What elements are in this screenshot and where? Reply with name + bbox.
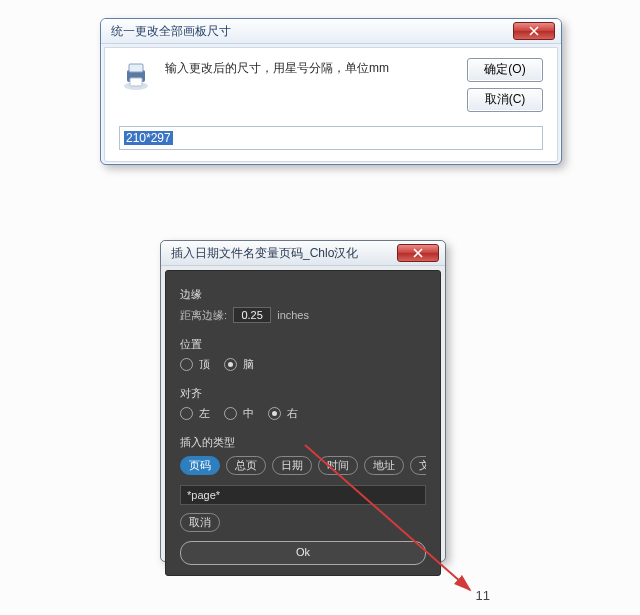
align-radio-group: 左 中 右 <box>180 406 426 421</box>
margin-row: 距离边缘: 0.25 inches <box>180 307 426 323</box>
dialog2-body: 边缘 距离边缘: 0.25 inches 位置 顶 脑 对齐 左 中 右 <box>165 270 441 576</box>
position-radio-group: 顶 脑 <box>180 357 426 372</box>
align-radio-center[interactable] <box>224 407 237 420</box>
insert-variable-dialog: 插入日期文件名变量页码_Chlo汉化 边缘 距离边缘: 0.25 inches … <box>160 240 446 562</box>
dialog2-title: 插入日期文件名变量页码_Chlo汉化 <box>171 241 397 265</box>
type-chip-group: 页码 总页 日期 时间 地址 文件名 <box>180 456 426 475</box>
margin-unit: inches <box>277 309 309 321</box>
dialog2-titlebar[interactable]: 插入日期文件名变量页码_Chlo汉化 <box>161 241 445 266</box>
printer-icon <box>119 58 153 92</box>
align-radio-right[interactable] <box>268 407 281 420</box>
ok-button[interactable]: Ok <box>180 541 426 565</box>
align-label-left: 左 <box>199 406 210 421</box>
position-radio-bottom[interactable] <box>224 358 237 371</box>
dialog1-body: 输入更改后的尺寸，用星号分隔，单位mm 确定(O) 取消(C) 210*297 <box>104 47 558 162</box>
close-icon[interactable] <box>397 244 439 262</box>
resize-artboards-dialog: 统一更改全部画板尺寸 输入更改后的尺寸，用星号分隔，单位mm 确定(O) 取消(… <box>100 18 562 165</box>
close-icon[interactable] <box>513 22 555 40</box>
cancel-button[interactable]: 取消 <box>180 513 220 532</box>
margin-section-label: 边缘 <box>180 287 426 302</box>
variable-input[interactable]: *page* <box>180 485 426 505</box>
align-radio-left[interactable] <box>180 407 193 420</box>
size-input[interactable]: 210*297 <box>119 126 543 150</box>
position-label-top: 顶 <box>199 357 210 372</box>
position-radio-top[interactable] <box>180 358 193 371</box>
type-chip-total[interactable]: 总页 <box>226 456 266 475</box>
type-chip-filename[interactable]: 文件名 <box>410 456 426 475</box>
type-chip-date[interactable]: 日期 <box>272 456 312 475</box>
dialog1-titlebar[interactable]: 统一更改全部画板尺寸 <box>101 19 561 44</box>
size-input-value: 210*297 <box>124 131 173 145</box>
margin-value-input[interactable]: 0.25 <box>233 307 271 323</box>
align-label-center: 中 <box>243 406 254 421</box>
align-section-label: 对齐 <box>180 386 426 401</box>
margin-label: 距离边缘: <box>180 309 227 321</box>
svg-rect-3 <box>130 78 142 86</box>
type-chip-time[interactable]: 时间 <box>318 456 358 475</box>
dialog1-title: 统一更改全部画板尺寸 <box>111 19 513 43</box>
type-chip-page[interactable]: 页码 <box>180 456 220 475</box>
position-label-bottom: 脑 <box>243 357 254 372</box>
svg-rect-2 <box>129 64 143 72</box>
position-section-label: 位置 <box>180 337 426 352</box>
dialog1-message: 输入更改后的尺寸，用星号分隔，单位mm <box>165 60 445 77</box>
align-label-right: 右 <box>287 406 298 421</box>
page-number: 11 <box>476 588 490 603</box>
cancel-button[interactable]: 取消(C) <box>467 88 543 112</box>
type-section-label: 插入的类型 <box>180 435 426 450</box>
ok-button[interactable]: 确定(O) <box>467 58 543 82</box>
type-chip-path[interactable]: 地址 <box>364 456 404 475</box>
